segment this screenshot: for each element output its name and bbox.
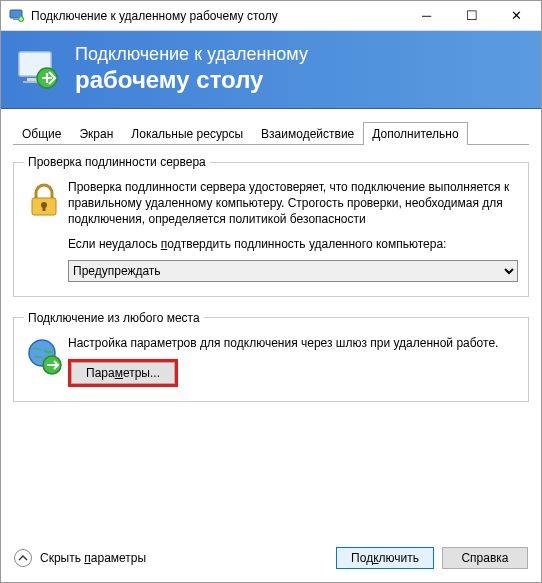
gateway-settings-button[interactable]: Параметры... — [71, 362, 175, 384]
tab-display[interactable]: Экран — [70, 122, 122, 145]
banner-line2: рабочему столу — [75, 66, 308, 95]
tab-general[interactable]: Общие — [13, 122, 70, 145]
window-title: Подключение к удаленному рабочему столу — [31, 9, 404, 23]
maximize-button[interactable]: ☐ — [449, 2, 494, 30]
tab-strip: Общие Экран Локальные ресурсы Взаимодейс… — [13, 121, 529, 145]
globe-icon — [24, 335, 68, 387]
auth-description: Проверка подлинности сервера удостоверяе… — [68, 179, 518, 228]
auth-prompt: Если неудалось подтвердить подлинность у… — [68, 236, 518, 252]
rdp-icon — [17, 48, 61, 92]
hide-options-link[interactable]: Скрыть параметры — [40, 551, 146, 565]
minimize-button[interactable]: ─ — [404, 2, 449, 30]
group-server-auth-legend: Проверка подлинности сервера — [24, 155, 210, 169]
tab-local-resources[interactable]: Локальные ресурсы — [122, 122, 252, 145]
banner: Подключение к удаленному рабочему столу — [1, 31, 541, 109]
footer: Скрыть параметры Подключить Справка — [14, 547, 528, 569]
svg-rect-9 — [43, 206, 46, 211]
app-icon — [9, 8, 25, 24]
lock-icon — [24, 179, 68, 282]
auth-action-select[interactable]: Предупреждать — [68, 260, 518, 282]
banner-line1: Подключение к удаленному — [75, 44, 308, 66]
highlight-box: Параметры... — [68, 359, 178, 387]
chevron-up-icon[interactable] — [14, 549, 32, 567]
group-server-auth: Проверка подлинности сервера Проверка по… — [13, 155, 529, 297]
tab-advanced[interactable]: Дополнительно — [363, 122, 467, 145]
group-connect-anywhere-legend: Подключение из любого места — [24, 311, 204, 325]
group-connect-anywhere: Подключение из любого места Настройка па… — [13, 311, 529, 402]
help-button[interactable]: Справка — [442, 547, 528, 569]
anywhere-description: Настройка параметров для подключения чер… — [68, 335, 518, 351]
close-button[interactable]: ✕ — [494, 2, 539, 30]
titlebar: Подключение к удаленному рабочему столу … — [1, 1, 541, 31]
connect-button[interactable]: Подключить — [336, 547, 434, 569]
tab-experience[interactable]: Взаимодействие — [252, 122, 363, 145]
